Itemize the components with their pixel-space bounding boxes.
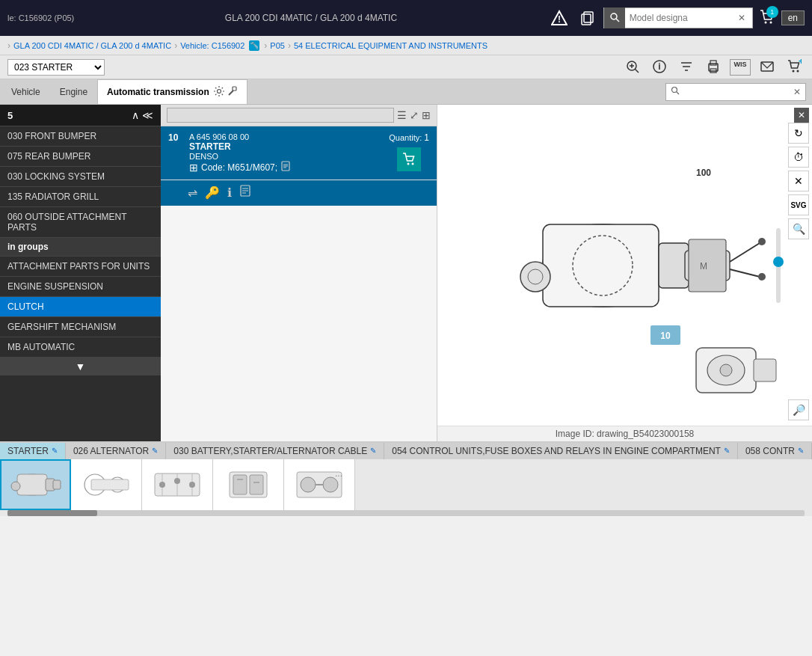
thumb-tab-0[interactable]: STARTER ✎ bbox=[0, 443, 66, 459]
sidebar-item-7[interactable]: ENGINE SUSPENSION bbox=[0, 277, 161, 297]
viewer-close-btn[interactable]: ✕ bbox=[794, 108, 809, 123]
breadcrumb-vehicle[interactable]: GLA 200 CDI 4MATIC / GLA 200 d 4MATIC bbox=[13, 41, 171, 50]
sidebar-scroll-down[interactable]: ▼ bbox=[0, 358, 161, 375]
thumbnail-scrollbar[interactable] bbox=[7, 510, 805, 516]
sidebar-item-3[interactable]: 135 RADIATOR GRILL bbox=[0, 187, 161, 207]
sidebar-item-10[interactable]: MB AUTOMATIC bbox=[0, 337, 161, 358]
view-crosshair-btn[interactable]: ✕ bbox=[788, 171, 809, 191]
vehicle-icon: 🔧 bbox=[249, 40, 259, 51]
model-search-box: ✕ bbox=[603, 7, 753, 28]
thumbnail-2[interactable] bbox=[142, 459, 213, 510]
breadcrumb-sep1: › bbox=[174, 40, 177, 51]
svg-point-75 bbox=[159, 482, 165, 488]
tab-automatic-transmission[interactable]: Automatic transmission bbox=[97, 79, 247, 104]
part-doc-btn[interactable] bbox=[280, 161, 291, 174]
print-btn[interactable] bbox=[703, 58, 724, 76]
breadcrumb-p05[interactable]: P05 bbox=[270, 41, 285, 50]
svg-text:10: 10 bbox=[660, 331, 671, 341]
model-search-input[interactable] bbox=[625, 13, 731, 23]
sidebar-item-1[interactable]: 075 REAR BUMPER bbox=[0, 147, 161, 167]
tab-search-clear[interactable]: ✕ bbox=[789, 87, 805, 97]
thumb-tab-1[interactable]: 026 ALTERNATOR ✎ bbox=[66, 443, 166, 459]
svg-point-23 bbox=[793, 70, 795, 73]
thumb-tab-0-icon[interactable]: ✎ bbox=[52, 447, 58, 455]
thumb-tab-4[interactable]: 058 CONTR ✎ bbox=[738, 443, 812, 459]
svg-rect-70 bbox=[91, 479, 129, 490]
filter-btn[interactable] bbox=[676, 58, 697, 76]
part-code: ⊞ Code: M651/M607; bbox=[189, 161, 383, 174]
sidebar-item-4[interactable]: 060 OUTSIDE ATTACHMENT PARTS bbox=[0, 207, 161, 238]
parts-list-view-btn[interactable]: ☰ bbox=[397, 109, 407, 121]
breadcrumb-section[interactable]: 54 ELECTRICAL EQUIPMENT AND INSTRUMENTS bbox=[294, 41, 487, 50]
breadcrumb-vehicle-id[interactable]: Vehicle: C156902 bbox=[180, 41, 244, 50]
tab-vehicle[interactable]: Vehicle bbox=[1, 79, 50, 104]
view-rotate-btn[interactable]: ↻ bbox=[788, 123, 809, 144]
view-zoom-minus-btn[interactable]: 🔎 bbox=[788, 399, 809, 420]
zoom-slider[interactable] bbox=[773, 228, 784, 318]
svg-line-48 bbox=[730, 243, 760, 262]
thumb-tab-2[interactable]: 030 BATTERY,STARTER/ALTERNATOR CABLE ✎ bbox=[166, 443, 384, 459]
sidebar-item-9[interactable]: GEARSHIFT MECHANISM bbox=[0, 317, 161, 337]
wis-btn[interactable]: WIS bbox=[730, 59, 751, 76]
svg-rect-44 bbox=[659, 243, 689, 288]
thumb-tab-3-icon[interactable]: ✎ bbox=[724, 447, 730, 455]
view-zoom-plus-btn[interactable]: 🔍 bbox=[788, 218, 809, 239]
thumbnail-3[interactable] bbox=[213, 459, 284, 510]
thumbnails-row: ... bbox=[0, 459, 812, 510]
tab-tools-icon[interactable] bbox=[227, 86, 238, 99]
svg-point-24 bbox=[797, 70, 799, 73]
tab-settings-icon[interactable] bbox=[214, 86, 224, 99]
cart-button[interactable]: 1 bbox=[759, 9, 775, 28]
lang-selector[interactable]: en bbox=[781, 10, 805, 25]
part-item-0[interactable]: 10 A 645 906 08 00 STARTER DENSO ⊞ Code:… bbox=[161, 126, 437, 180]
group-selector[interactable]: 023 STARTER bbox=[7, 59, 105, 76]
cart2-btn[interactable]: + bbox=[784, 58, 805, 76]
tab-search-input[interactable] bbox=[684, 87, 789, 97]
part-actions: ⇌ 🔑 ℹ bbox=[161, 180, 437, 206]
tab-engine[interactable]: Engine bbox=[50, 79, 97, 104]
sidebar-header-title: 5 bbox=[7, 110, 13, 121]
sidebar-item-2[interactable]: 030 LOCKING SYSTEM bbox=[0, 167, 161, 187]
sidebar-item-0[interactable]: 030 FRONT BUMPER bbox=[0, 126, 161, 147]
part-info-btn[interactable]: ℹ bbox=[227, 185, 232, 200]
email-btn[interactable] bbox=[757, 58, 778, 76]
svg-point-26 bbox=[217, 89, 221, 93]
image-id-bar: Image ID: drawing_B54023000158 bbox=[437, 426, 812, 441]
thumb-tab-2-icon[interactable]: ✎ bbox=[370, 447, 376, 455]
sidebar-item-clutch[interactable]: CLUTCH bbox=[0, 297, 161, 317]
thumb-tab-1-icon[interactable]: ✎ bbox=[152, 447, 158, 455]
parts-expand-btn[interactable]: ⤢ bbox=[410, 109, 419, 121]
top-bar-vehicle: GLA 200 CDI 4MATIC / GLA 200 d 4MATIC bbox=[89, 13, 532, 23]
svg-rect-27 bbox=[233, 87, 236, 91]
svg-point-4 bbox=[611, 13, 617, 19]
parts-search-input[interactable] bbox=[167, 108, 394, 123]
thumbnail-4[interactable]: ... bbox=[284, 459, 355, 510]
part-doc2-btn[interactable] bbox=[239, 185, 251, 200]
sidebar-item-6[interactable]: ATTACHMENT PARTS FOR UNITS bbox=[0, 257, 161, 277]
part-key-btn[interactable]: 🔑 bbox=[205, 185, 220, 200]
warning-icon-btn[interactable]: ! bbox=[548, 7, 570, 29]
thumbnail-1[interactable] bbox=[71, 459, 142, 510]
parts-print-btn[interactable]: ⊞ bbox=[422, 109, 431, 121]
view-svg-btn[interactable]: SVG bbox=[788, 194, 809, 215]
thumbnail-0[interactable] bbox=[0, 459, 71, 510]
part-swap-btn[interactable]: ⇌ bbox=[188, 185, 197, 200]
add-to-cart-btn[interactable] bbox=[397, 147, 421, 171]
starter-illustration: 100 M 10 bbox=[468, 146, 782, 400]
info-btn[interactable]: i bbox=[649, 58, 670, 76]
sidebar-collapse-btn[interactable]: ∧ bbox=[132, 109, 139, 121]
thumb-tab-3[interactable]: 054 CONTROL UNITS,FUSE BOXES AND RELAYS … bbox=[384, 443, 738, 459]
breadcrumb-sep0: › bbox=[7, 40, 10, 51]
model-search-btn[interactable] bbox=[604, 7, 625, 28]
sidebar-close-btn[interactable]: ≪ bbox=[142, 109, 153, 121]
svg-line-50 bbox=[730, 269, 760, 277]
model-search-clear[interactable]: ✕ bbox=[731, 7, 752, 28]
zoom-plus-btn[interactable] bbox=[622, 58, 643, 76]
thumb-tab-4-icon[interactable]: ✎ bbox=[798, 447, 804, 455]
copy-icon-btn[interactable] bbox=[576, 7, 597, 28]
tab-search-box: ✕ bbox=[665, 83, 806, 101]
code-icon: ⊞ bbox=[189, 162, 198, 174]
view-history-btn[interactable]: ⏱ bbox=[788, 147, 809, 168]
svg-rect-2 bbox=[582, 14, 591, 25]
svg-point-34 bbox=[407, 163, 410, 165]
